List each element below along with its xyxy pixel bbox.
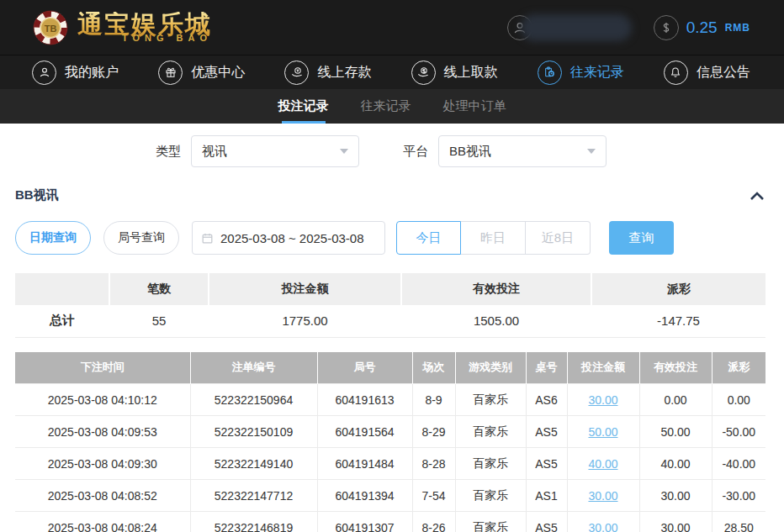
nav-item-records[interactable]: 往来记录 — [538, 61, 624, 85]
dollar-icon — [654, 15, 679, 40]
balance[interactable]: 0.25 RMB — [654, 15, 750, 40]
session: 8-29 — [412, 416, 455, 448]
date-range-value: 2025-03-08 ~ 2025-03-08 — [220, 231, 364, 245]
order-no: 522322147712 — [190, 480, 317, 512]
nav-item-deposit[interactable]: 线上存款 — [284, 61, 371, 85]
bet-amount-link[interactable]: 30.00 — [588, 393, 617, 407]
nav-item-promotions[interactable]: 优惠中心 — [158, 61, 245, 85]
site-logo[interactable]: TB 通宝娱乐城 TONG BAO — [32, 9, 212, 46]
session: 8-28 — [412, 448, 455, 480]
summary-valid-bet: 1505.00 — [401, 305, 591, 337]
records-icon — [538, 61, 562, 85]
balance-amount: 0.25 — [686, 18, 718, 37]
filter-row: 类型 视讯 平台 BB视讯 — [15, 124, 765, 167]
last8days-button[interactable]: 近8日 — [526, 221, 591, 255]
bets-header-game-type: 游戏类别 — [455, 352, 526, 384]
table-row: 2025-03-08 04:09:30 522322149140 6041914… — [15, 448, 765, 480]
tab-bet-records[interactable]: 投注记录 — [278, 89, 329, 124]
content-area: 类型 视讯 平台 BB视讯 BB视讯 日期查询 局号查询 2025- — [0, 124, 784, 532]
casino-chip-icon: TB — [32, 9, 69, 46]
bet-amount-link[interactable]: 30.00 — [588, 521, 617, 532]
type-label: 类型 — [156, 144, 181, 160]
table-no: AS1 — [526, 480, 567, 512]
platform-select-value: BB视讯 — [449, 144, 491, 160]
user-icon — [32, 61, 56, 85]
summary-header-payout: 派彩 — [591, 273, 765, 305]
date-query-button[interactable]: 日期查询 — [15, 221, 91, 255]
table-row: 2025-03-08 04:09:53 522322150109 6041915… — [15, 416, 765, 448]
bets-header-valid-bet: 有效投注 — [639, 352, 712, 384]
round-no: 604191394 — [317, 480, 412, 512]
type-select-value: 视讯 — [202, 144, 227, 160]
nav-label: 线上存款 — [317, 64, 371, 82]
summary-header-row: 笔数 投注金额 有效投注 派彩 — [15, 273, 765, 305]
session: 7-54 — [412, 480, 455, 512]
round-no: 604191307 — [317, 512, 412, 532]
search-button[interactable]: 查询 — [609, 221, 674, 255]
summary-bet-amount: 1775.00 — [209, 305, 401, 337]
query-controls: 日期查询 局号查询 2025-03-08 ~ 2025-03-08 今日 昨日 … — [15, 221, 765, 255]
nav-item-my-account[interactable]: 我的账户 — [32, 61, 119, 85]
today-button[interactable]: 今日 — [396, 221, 461, 255]
bet-amount-link[interactable]: 40.00 — [588, 457, 617, 471]
summary-count: 55 — [109, 305, 209, 337]
payout: -40.00 — [712, 448, 765, 480]
nav-item-announcements[interactable]: 信息公告 — [664, 61, 750, 85]
tab-transaction-records[interactable]: 往来记录 — [361, 89, 411, 124]
summary-total-label: 总计 — [15, 305, 109, 337]
record-tabs: 投注记录 往来记录 处理中订单 — [0, 89, 784, 124]
order-no: 522322149140 — [190, 448, 317, 480]
bell-icon — [664, 61, 688, 85]
table-row: 2025-03-08 04:08:24 522322146819 6041913… — [15, 512, 765, 532]
nav-item-withdraw[interactable]: 线上取款 — [411, 61, 498, 85]
bet-time: 2025-03-08 04:10:12 — [15, 384, 190, 416]
session: 8-26 — [412, 512, 455, 532]
summary-header-count: 笔数 — [109, 273, 209, 305]
table-no: AS5 — [526, 448, 567, 480]
order-no: 522322150964 — [190, 384, 317, 416]
calendar-icon — [201, 232, 214, 245]
valid-bet: 40.00 — [639, 448, 712, 480]
platform-label: 平台 — [403, 144, 428, 160]
summary-header-blank — [15, 273, 109, 305]
round-no: 604191613 — [317, 384, 412, 416]
collapse-button[interactable] — [749, 190, 765, 202]
bet-time: 2025-03-08 04:09:53 — [15, 416, 190, 448]
gift-icon — [158, 61, 183, 85]
bet-time: 2025-03-08 04:08:52 — [15, 480, 190, 512]
date-range-input[interactable]: 2025-03-08 ~ 2025-03-08 — [192, 221, 385, 255]
nav-label: 优惠中心 — [191, 64, 245, 82]
table-row: 2025-03-08 04:08:52 522322147712 6041913… — [15, 480, 765, 512]
tab-pending-orders[interactable]: 处理中订单 — [443, 89, 506, 124]
valid-bet: 0.00 — [639, 384, 712, 416]
section-title: BB视讯 — [15, 187, 59, 203]
summary-header-bet-amount: 投注金额 — [209, 273, 401, 305]
bet-amount-link[interactable]: 50.00 — [588, 425, 617, 439]
platform-select[interactable]: BB视讯 — [438, 135, 607, 167]
balance-currency: RMB — [725, 22, 750, 34]
table-no: AS5 — [526, 416, 567, 448]
table-no: AS6 — [526, 384, 567, 416]
deposit-icon — [284, 61, 309, 85]
payout: -50.00 — [712, 416, 765, 448]
bet-amount-link[interactable]: 30.00 — [588, 489, 617, 503]
round-query-button[interactable]: 局号查询 — [103, 221, 179, 255]
nav-label: 往来记录 — [570, 64, 624, 82]
summary-table: 笔数 投注金额 有效投注 派彩 总计 55 1775.00 1505.00 -1… — [15, 273, 765, 338]
summary-header-valid-bet: 有效投注 — [401, 273, 591, 305]
bets-header-row: 下注时间 注单编号 局号 场次 游戏类别 桌号 投注金额 有效投注 派彩 — [15, 352, 765, 384]
bets-header-payout: 派彩 — [712, 352, 765, 384]
session: 8-9 — [412, 384, 455, 416]
bets-header-round-no: 局号 — [317, 352, 412, 384]
table-no: AS5 — [526, 512, 567, 532]
chevron-up-icon — [751, 193, 763, 199]
section-header: BB视讯 — [15, 187, 765, 203]
yesterday-button[interactable]: 昨日 — [461, 221, 526, 255]
valid-bet: 50.00 — [639, 416, 712, 448]
type-select[interactable]: 视讯 — [191, 135, 359, 167]
chevron-down-icon — [587, 149, 596, 154]
site-subtitle: TONG BAO — [77, 34, 212, 43]
table-row: 2025-03-08 04:10:12 522322150964 6041916… — [15, 384, 765, 416]
nav-label: 我的账户 — [65, 64, 119, 82]
top-header: TB 通宝娱乐城 TONG BAO 0.25 RMB — [0, 0, 784, 55]
